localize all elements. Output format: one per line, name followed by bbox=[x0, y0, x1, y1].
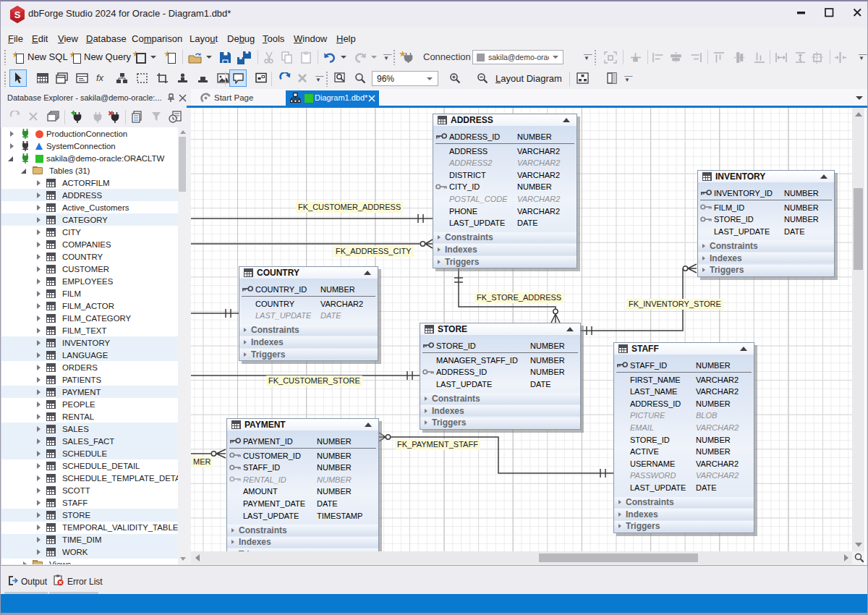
svg-text:S: S bbox=[14, 9, 21, 20]
